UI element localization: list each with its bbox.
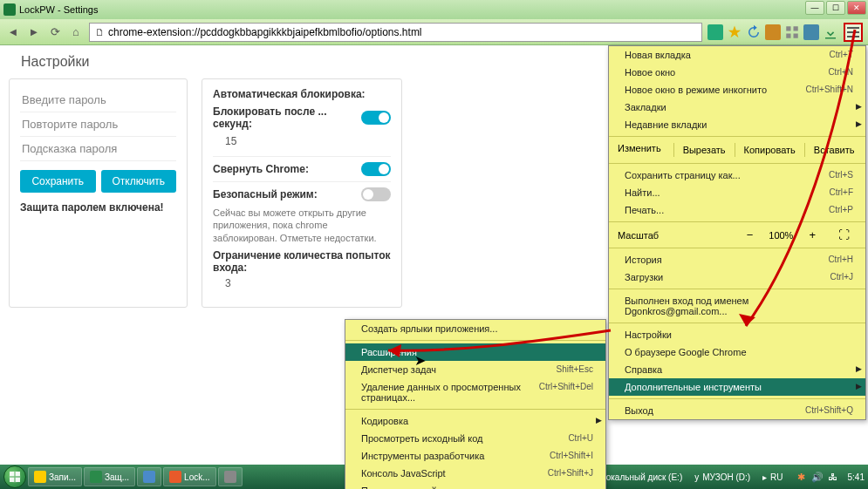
hint-field[interactable]: Подсказка пароля xyxy=(20,137,176,161)
window-titlebar: LockPW - Settings — ☐ ✕ xyxy=(0,0,868,19)
menu-find[interactable]: Найти...Ctrl+F xyxy=(609,184,865,201)
menu-incognito[interactable]: Новое окно в режиме инкогнитоCtrl+Shift+… xyxy=(609,81,865,98)
safemode-label: Безопасный режим: xyxy=(213,188,318,200)
tray-icon[interactable]: ✱ xyxy=(796,471,808,483)
svg-rect-2 xyxy=(786,33,790,37)
menu-paste[interactable]: Вставить xyxy=(804,143,864,157)
taskbar-item-3[interactable]: Lock... xyxy=(163,467,215,486)
ext-icon-grid[interactable] xyxy=(784,24,800,40)
minimize-label: Свернуть Chrome: xyxy=(213,163,309,175)
safemode-desc: Сейчас вы можете открыть другие приложен… xyxy=(213,207,391,244)
ext-icon-reload[interactable] xyxy=(746,24,762,40)
submenu-clear-data[interactable]: Удаление данных о просмотренных страница… xyxy=(345,378,605,406)
extension-icons xyxy=(707,24,838,40)
safemode-toggle[interactable] xyxy=(361,187,391,201)
settings-panel: Автоматическая блокировка: Блокировать п… xyxy=(202,78,402,308)
taskbar-item-0[interactable]: Запи... xyxy=(28,467,82,486)
submenu-extensions[interactable]: Расширения xyxy=(345,343,605,361)
forward-button[interactable]: ► xyxy=(26,24,42,40)
menu-new-window[interactable]: Новое окноCtrl+N xyxy=(609,64,865,81)
menu-more-tools[interactable]: Дополнительные инструменты▶ xyxy=(609,378,865,396)
tray-volume-icon[interactable]: 🔊 xyxy=(811,471,824,483)
start-button[interactable] xyxy=(3,465,26,488)
menu-help[interactable]: Справка▶ xyxy=(609,361,865,378)
more-tools-submenu: Создать ярлыки приложения... Расширения … xyxy=(345,319,606,489)
maximize-button[interactable]: ☐ xyxy=(826,1,845,15)
submenu-js-console[interactable]: Консоль JavaScriptCtrl+Shift+J xyxy=(345,465,605,482)
menu-copy[interactable]: Копировать xyxy=(735,143,804,157)
password-panel: Введите пароль Повторите пароль Подсказк… xyxy=(9,78,188,308)
autolock-label: Блокировать после ... секунд: xyxy=(213,105,335,130)
window-title: LockPW - Settings xyxy=(19,4,98,15)
ext-icon-4[interactable] xyxy=(765,24,781,40)
autolock-toggle[interactable] xyxy=(361,111,391,125)
submenu-create-shortcuts[interactable]: Создать ярлыки приложения... xyxy=(345,320,605,337)
back-button[interactable]: ◄ xyxy=(5,24,21,40)
menu-settings[interactable]: Настройки xyxy=(609,326,865,343)
svg-rect-1 xyxy=(794,26,798,31)
protection-status: Защита паролем включена! xyxy=(20,201,176,214)
chrome-menu: Новая вкладкаCtrl+T Новое окноCtrl+N Нов… xyxy=(608,45,866,420)
ext-icon-6[interactable] xyxy=(803,24,819,40)
save-button[interactable]: Сохранить xyxy=(20,170,96,193)
repeat-password-field[interactable]: Повторите пароль xyxy=(20,112,176,137)
tray-clock[interactable]: 5:41 xyxy=(848,472,865,482)
menu-recent-tabs[interactable]: Недавние вкладки▶ xyxy=(609,116,865,133)
submenu-task-manager[interactable]: Диспетчер задачShift+Esc xyxy=(345,361,605,378)
submenu-view-source[interactable]: Просмотреть исходный кодCtrl+U xyxy=(345,430,605,447)
autolock-value: 15 xyxy=(225,135,391,147)
autolock-title: Автоматическая блокировка: xyxy=(213,88,391,100)
menu-new-tab[interactable]: Новая вкладкаCtrl+T xyxy=(609,46,865,64)
menu-signed-in[interactable]: Выполнен вход под именем Dgonkros@gmail.… xyxy=(609,292,865,320)
menu-save-page[interactable]: Сохранить страницу как...Ctrl+S xyxy=(609,166,865,184)
menu-zoom: Масштаб − 100% + ⛶ xyxy=(609,225,865,245)
tray-network-icon[interactable]: 🖧 xyxy=(827,471,839,483)
home-button[interactable]: ⌂ xyxy=(68,24,84,40)
favicon-icon xyxy=(3,3,16,16)
menu-exit[interactable]: ВыходCtrl+Shift+Q xyxy=(609,402,865,419)
reload-button[interactable]: ⟳ xyxy=(47,24,63,40)
submenu-encoding[interactable]: Кодировка▶ xyxy=(345,412,605,430)
page-icon: 🗋 xyxy=(95,27,105,37)
taskbar-item-4[interactable] xyxy=(218,467,243,486)
taskbar-item-1[interactable]: Защ... xyxy=(84,467,135,486)
svg-rect-3 xyxy=(794,33,798,37)
url-text: chrome-extension://pcddogkbbapgikkkbjaip… xyxy=(108,26,422,38)
menu-bookmarks[interactable]: Закладки▶ xyxy=(609,98,865,116)
zoom-value: 100% xyxy=(769,230,793,241)
zoom-out-button[interactable]: − xyxy=(740,228,761,241)
address-bar[interactable]: 🗋 chrome-extension://pcddogkbbapgikkkbja… xyxy=(89,23,702,42)
attempts-value: 3 xyxy=(225,277,391,289)
svg-rect-0 xyxy=(786,26,790,31)
menu-about[interactable]: О браузере Google Chrome xyxy=(609,343,865,361)
submenu-inspect-devices[interactable]: Проверка устройств xyxy=(345,482,605,489)
tray-lang[interactable]: ▸ RU xyxy=(759,472,786,482)
ext-icon-down[interactable] xyxy=(823,24,838,40)
attempts-label: Ограничение количества попыток входа: xyxy=(213,249,391,274)
zoom-in-button[interactable]: + xyxy=(802,228,823,241)
password-field[interactable]: Введите пароль xyxy=(20,88,176,112)
chrome-menu-button[interactable] xyxy=(844,23,863,42)
minimize-button[interactable]: — xyxy=(805,1,824,15)
menu-edit-row: Изменить Вырезать Копировать Вставить xyxy=(609,139,865,160)
browser-toolbar: ◄ ► ⟳ ⌂ 🗋 chrome-extension://pcddogkbbap… xyxy=(0,19,868,45)
ext-icon-star[interactable] xyxy=(727,24,742,40)
disable-button[interactable]: Отключить xyxy=(101,170,177,193)
tray-muzon[interactable]: у МУЗОН (D:) xyxy=(691,472,754,482)
menu-downloads[interactable]: ЗагрузкиCtrl+J xyxy=(609,268,865,286)
menu-cut[interactable]: Вырезать xyxy=(673,143,735,157)
close-button[interactable]: ✕ xyxy=(847,1,866,15)
menu-history[interactable]: ИсторияCtrl+H xyxy=(609,251,865,268)
ext-icon-1[interactable] xyxy=(707,24,723,40)
submenu-dev-tools[interactable]: Инструменты разработчикаCtrl+Shift+I xyxy=(345,447,605,465)
fullscreen-button[interactable]: ⛶ xyxy=(831,228,857,241)
menu-print[interactable]: Печать...Ctrl+P xyxy=(609,201,865,219)
taskbar-item-2[interactable] xyxy=(137,467,161,486)
minimize-toggle[interactable] xyxy=(361,162,391,176)
